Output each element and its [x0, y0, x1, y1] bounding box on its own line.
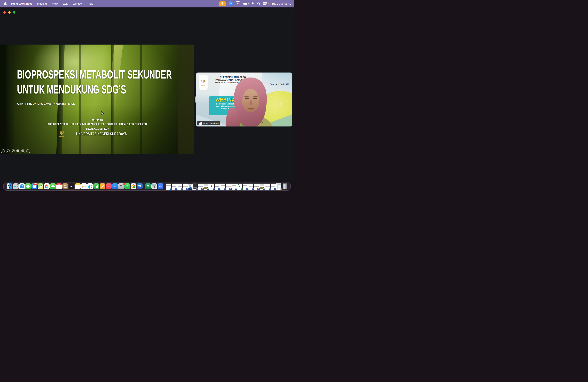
dock-app-freeform[interactable]	[87, 183, 93, 189]
dock-app-music[interactable]: ♪	[106, 183, 112, 189]
dock-app-numbers[interactable]	[93, 183, 99, 189]
settings-notification-badge: 2	[123, 183, 125, 185]
minimized-window-20[interactable]: W	[271, 183, 276, 190]
minimized-word-document: W	[198, 183, 203, 190]
zoom-meeting-window: BIOPROSPEKSI METABOLIT SEKUNDER UNTUK ME…	[0, 8, 294, 182]
dock-app-facetime[interactable]	[50, 183, 56, 189]
dock-app-maps[interactable]	[38, 183, 43, 189]
minimize-button[interactable]	[8, 11, 11, 14]
menu-view[interactable]: View	[52, 2, 58, 5]
minimized-window-10[interactable]: W	[215, 183, 220, 190]
recording-indicator-dot	[268, 3, 269, 4]
minimized-window-5[interactable]: W	[189, 184, 192, 188]
zoom-slide-button[interactable]	[21, 149, 25, 153]
dock-app-messages[interactable]	[25, 183, 31, 189]
minimized-window-7[interactable]: W	[198, 183, 203, 190]
participant-name: erma pihastanti	[203, 122, 219, 124]
dock-app-mail[interactable]: 2.146	[31, 183, 37, 189]
banner-unesa-crest-icon: Ψ	[201, 79, 205, 84]
unesa-logo: Ψ UNESA	[58, 130, 65, 138]
word-badge-icon: W	[201, 188, 204, 190]
battery-icon[interactable]	[243, 2, 248, 5]
minimized-window-21[interactable]	[276, 183, 281, 190]
minimized-window-18[interactable]: W	[259, 183, 265, 190]
close-button[interactable]	[3, 11, 6, 14]
minimized-window-3[interactable]: W	[177, 183, 182, 190]
minimized-window-4[interactable]: W	[183, 183, 188, 190]
slide-title: BIOPROSPEKSI METABOLIT SEKUNDER UNTUK ME…	[17, 67, 172, 97]
minimized-window-6[interactable]: W	[192, 183, 197, 190]
dock-app-contacts[interactable]	[63, 183, 68, 189]
apple-menu-icon[interactable]	[4, 2, 7, 5]
dock-app-word[interactable]: W	[137, 183, 143, 189]
slide-event-title: BIOPROSPEK METABOLIT SEKUNDER UNTUK MEND…	[37, 122, 157, 126]
minimized-word-document: W	[209, 183, 214, 190]
minimized-window-12[interactable]: W	[226, 183, 231, 190]
photos-icon	[44, 183, 50, 189]
minimized-window-9[interactable]: W	[209, 183, 214, 190]
word-badge-icon: W	[257, 188, 260, 190]
dock-app-excel[interactable]: X	[145, 183, 151, 189]
search-icon[interactable]	[257, 2, 260, 5]
input-source-switcher[interactable]: A	[236, 1, 240, 6]
previous-slide-button[interactable]	[1, 149, 5, 153]
dock-divider	[165, 183, 165, 190]
word-badge-icon: W	[218, 188, 220, 190]
running-indicator	[147, 190, 148, 191]
dock-app-reminders[interactable]	[81, 183, 87, 189]
dock-app-preview[interactable]	[151, 183, 157, 189]
dock-app-appstore[interactable]: A	[112, 183, 118, 189]
minimized-window-17[interactable]: W	[254, 183, 259, 190]
running-indicator	[154, 190, 155, 191]
running-indicator	[9, 190, 10, 191]
dock-trash[interactable]	[282, 183, 288, 189]
unesa-crest-icon: Ψ	[60, 131, 64, 136]
dock-app-finder[interactable]	[7, 183, 12, 189]
next-slide-button[interactable]	[6, 149, 10, 153]
microphone-in-use-indicator[interactable]	[219, 1, 226, 6]
minimized-window-8[interactable]: W	[203, 183, 209, 190]
minimized-window-2[interactable]: W	[172, 183, 177, 190]
menu-window[interactable]: Window	[73, 2, 83, 5]
numbers-icon	[93, 183, 99, 189]
menu-edit[interactable]: Edit	[63, 2, 68, 5]
minimized-window-11[interactable]: W	[220, 183, 225, 190]
dock-app-notes[interactable]	[75, 183, 81, 189]
pane-resize-handle[interactable]	[195, 96, 196, 102]
pen-button[interactable]	[11, 149, 15, 153]
menu-help[interactable]: Help	[88, 2, 93, 5]
dock-app-zoomapp[interactable]: zoom	[158, 183, 163, 189]
zoom-status-icon[interactable]: zm	[229, 1, 233, 6]
dock-app-chrome[interactable]	[131, 183, 136, 189]
audio-signal-icon	[199, 122, 202, 125]
dock-divider	[144, 183, 144, 190]
dock-app-photos[interactable]	[44, 183, 50, 189]
minimized-window-13[interactable]: W	[231, 183, 237, 190]
control-center-icon[interactable]	[263, 2, 267, 5]
participant-video-tile[interactable]: Ψ UNESA S2 PENDIDIKAN BIOLOGI PASCASARJA…	[196, 73, 292, 126]
more-options-button[interactable]	[26, 149, 30, 153]
minimized-window-15[interactable]: W	[243, 183, 248, 190]
wifi-icon[interactable]	[251, 2, 255, 5]
dock-app-appletv[interactable]: tv	[69, 183, 74, 189]
minimized-window-19[interactable]: W	[265, 183, 270, 190]
dock-app-calendar[interactable]: JUL1	[56, 183, 62, 189]
decorative-dot	[279, 94, 279, 95]
dock-app-pages[interactable]	[100, 183, 105, 189]
dock-app-whatsapp[interactable]: ✆	[125, 183, 130, 189]
dock-app-launchpad[interactable]	[13, 183, 19, 189]
dock-app-settings[interactable]: ⚙2	[118, 183, 124, 189]
chrome-badge-icon	[280, 188, 282, 190]
minimized-window-1[interactable]: W	[166, 183, 171, 190]
dock-app-safari[interactable]	[19, 183, 25, 189]
minimized-window-14[interactable]: X	[237, 183, 242, 190]
running-indicator	[34, 190, 35, 191]
fullscreen-button[interactable]	[13, 11, 15, 14]
minimized-word-document: W	[215, 183, 220, 190]
menu-app-name[interactable]: Zoom Workplace	[11, 2, 32, 5]
slide-university-row: Ψ UNESA UNIVERSITAS NEGERI SURABAYA	[0, 130, 194, 138]
minimized-window-16[interactable]: W	[248, 183, 253, 190]
menu-bar-clock[interactable]: Tue 1 Jul 08.42	[272, 2, 291, 5]
menu-meeting[interactable]: Meeting	[37, 2, 47, 5]
show-all-slides-button[interactable]	[16, 149, 20, 153]
